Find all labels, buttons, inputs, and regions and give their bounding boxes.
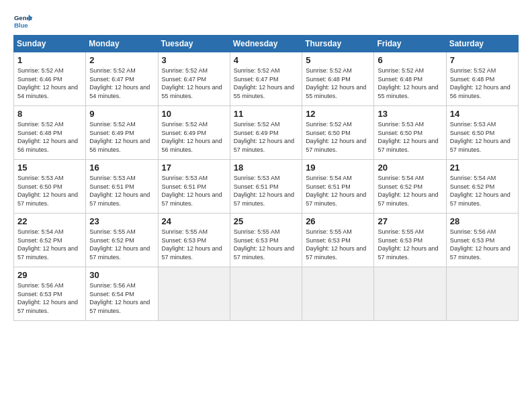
- day-info: Sunrise: 5:56 AMSunset: 6:53 PMDaylight:…: [17, 281, 83, 315]
- day-info: Sunrise: 5:54 AMSunset: 6:52 PMDaylight:…: [17, 228, 83, 261]
- day-number: 21: [450, 163, 515, 173]
- day-number: 9: [89, 109, 154, 119]
- day-number: 16: [89, 163, 154, 173]
- day-number: 26: [306, 216, 371, 226]
- day-info: Sunrise: 5:53 AMSunset: 6:50 PMDaylight:…: [450, 120, 515, 154]
- day-number: 14: [450, 109, 515, 119]
- calendar-cell: 29 Sunrise: 5:56 AMSunset: 6:53 PMDaylig…: [14, 267, 86, 321]
- calendar-week-0: 1 Sunrise: 5:52 AMSunset: 6:46 PMDayligh…: [14, 52, 519, 106]
- calendar-week-1: 8 Sunrise: 5:52 AMSunset: 6:48 PMDayligh…: [14, 106, 519, 160]
- day-info: Sunrise: 5:55 AMSunset: 6:52 PMDaylight:…: [89, 228, 154, 261]
- calendar-cell: 20 Sunrise: 5:54 AMSunset: 6:52 PMDaylig…: [374, 160, 446, 214]
- day-info: Sunrise: 5:54 AMSunset: 6:52 PMDaylight:…: [450, 174, 515, 208]
- day-info: Sunrise: 5:55 AMSunset: 6:53 PMDaylight:…: [378, 228, 443, 261]
- svg-text:Blue: Blue: [14, 21, 28, 29]
- day-info: Sunrise: 5:53 AMSunset: 6:51 PMDaylight:…: [89, 174, 154, 208]
- calendar-cell: 2 Sunrise: 5:52 AMSunset: 6:47 PMDayligh…: [86, 52, 158, 106]
- day-number: 4: [234, 55, 299, 65]
- calendar-cell: 25 Sunrise: 5:55 AMSunset: 6:53 PMDaylig…: [230, 214, 302, 267]
- calendar-cell: 13 Sunrise: 5:53 AMSunset: 6:50 PMDaylig…: [374, 106, 446, 160]
- day-number: 24: [162, 216, 227, 226]
- day-info: Sunrise: 5:52 AMSunset: 6:48 PMDaylight:…: [306, 66, 371, 100]
- calendar-cell: 11 Sunrise: 5:52 AMSunset: 6:49 PMDaylig…: [230, 106, 302, 160]
- day-info: Sunrise: 5:53 AMSunset: 6:51 PMDaylight:…: [234, 174, 299, 208]
- day-info: Sunrise: 5:54 AMSunset: 6:52 PMDaylight:…: [378, 174, 443, 208]
- day-info: Sunrise: 5:52 AMSunset: 6:47 PMDaylight:…: [234, 66, 299, 100]
- calendar-cell: 8 Sunrise: 5:52 AMSunset: 6:48 PMDayligh…: [14, 106, 86, 160]
- header-saturday: Saturday: [446, 36, 518, 52]
- header-monday: Monday: [86, 36, 158, 52]
- calendar-cell: 23 Sunrise: 5:55 AMSunset: 6:52 PMDaylig…: [86, 214, 158, 267]
- header-sunday: Sunday: [14, 36, 86, 52]
- calendar-cell: 22 Sunrise: 5:54 AMSunset: 6:52 PMDaylig…: [14, 214, 86, 267]
- calendar-cell: 24 Sunrise: 5:55 AMSunset: 6:53 PMDaylig…: [158, 214, 230, 267]
- day-info: Sunrise: 5:52 AMSunset: 6:46 PMDaylight:…: [17, 66, 83, 100]
- day-number: 22: [17, 216, 83, 226]
- day-info: Sunrise: 5:52 AMSunset: 6:49 PMDaylight:…: [234, 120, 299, 154]
- calendar-cell: 15 Sunrise: 5:53 AMSunset: 6:50 PMDaylig…: [14, 160, 86, 214]
- day-info: Sunrise: 5:52 AMSunset: 6:48 PMDaylight:…: [17, 120, 83, 154]
- day-number: 28: [450, 216, 515, 226]
- calendar-cell: 6 Sunrise: 5:52 AMSunset: 6:48 PMDayligh…: [374, 52, 446, 106]
- calendar-cell: [446, 267, 518, 321]
- day-number: 17: [162, 163, 227, 173]
- calendar-cell: 30 Sunrise: 5:56 AMSunset: 6:54 PMDaylig…: [86, 267, 158, 321]
- day-info: Sunrise: 5:54 AMSunset: 6:51 PMDaylight:…: [306, 174, 371, 208]
- header-wednesday: Wednesday: [230, 36, 302, 52]
- calendar-cell: [302, 267, 374, 321]
- day-number: 5: [306, 55, 371, 65]
- calendar-week-2: 15 Sunrise: 5:53 AMSunset: 6:50 PMDaylig…: [14, 160, 519, 214]
- calendar-cell: 16 Sunrise: 5:53 AMSunset: 6:51 PMDaylig…: [86, 160, 158, 214]
- day-number: 2: [89, 55, 154, 65]
- calendar-header-row: SundayMondayTuesdayWednesdayThursdayFrid…: [14, 36, 519, 52]
- day-number: 15: [17, 163, 83, 173]
- day-info: Sunrise: 5:52 AMSunset: 6:49 PMDaylight:…: [162, 120, 227, 154]
- header-thursday: Thursday: [302, 36, 374, 52]
- logo: General Blue: [13, 12, 32, 31]
- day-info: Sunrise: 5:56 AMSunset: 6:53 PMDaylight:…: [450, 228, 515, 261]
- day-info: Sunrise: 5:56 AMSunset: 6:54 PMDaylight:…: [89, 281, 154, 315]
- day-number: 3: [162, 55, 227, 65]
- day-number: 6: [378, 55, 443, 65]
- day-info: Sunrise: 5:53 AMSunset: 6:51 PMDaylight:…: [162, 174, 227, 208]
- day-number: 30: [89, 270, 154, 280]
- calendar-cell: 9 Sunrise: 5:52 AMSunset: 6:49 PMDayligh…: [86, 106, 158, 160]
- calendar-cell: [230, 267, 302, 321]
- day-number: 8: [17, 109, 83, 119]
- day-number: 18: [234, 163, 299, 173]
- day-number: 25: [234, 216, 299, 226]
- day-info: Sunrise: 5:52 AMSunset: 6:48 PMDaylight:…: [450, 66, 515, 100]
- calendar-cell: 5 Sunrise: 5:52 AMSunset: 6:48 PMDayligh…: [302, 52, 374, 106]
- day-number: 20: [378, 163, 443, 173]
- header-tuesday: Tuesday: [158, 36, 230, 52]
- day-info: Sunrise: 5:53 AMSunset: 6:50 PMDaylight:…: [17, 174, 83, 208]
- day-info: Sunrise: 5:53 AMSunset: 6:50 PMDaylight:…: [378, 120, 443, 154]
- day-number: 1: [17, 55, 83, 65]
- header-friday: Friday: [374, 36, 446, 52]
- calendar-cell: 26 Sunrise: 5:55 AMSunset: 6:53 PMDaylig…: [302, 214, 374, 267]
- day-number: 10: [162, 109, 227, 119]
- calendar-cell: 7 Sunrise: 5:52 AMSunset: 6:48 PMDayligh…: [446, 52, 518, 106]
- calendar-cell: 14 Sunrise: 5:53 AMSunset: 6:50 PMDaylig…: [446, 106, 518, 160]
- calendar-cell: [158, 267, 230, 321]
- calendar-table: SundayMondayTuesdayWednesdayThursdayFrid…: [13, 35, 519, 321]
- day-number: 7: [450, 55, 515, 65]
- day-number: 11: [234, 109, 299, 119]
- day-number: 29: [17, 270, 83, 280]
- calendar-cell: 19 Sunrise: 5:54 AMSunset: 6:51 PMDaylig…: [302, 160, 374, 214]
- day-info: Sunrise: 5:55 AMSunset: 6:53 PMDaylight:…: [234, 228, 299, 261]
- day-info: Sunrise: 5:52 AMSunset: 6:48 PMDaylight:…: [378, 66, 443, 100]
- calendar-week-3: 22 Sunrise: 5:54 AMSunset: 6:52 PMDaylig…: [14, 214, 519, 267]
- day-number: 19: [306, 163, 371, 173]
- calendar-cell: [374, 267, 446, 321]
- calendar-cell: 10 Sunrise: 5:52 AMSunset: 6:49 PMDaylig…: [158, 106, 230, 160]
- calendar-cell: 12 Sunrise: 5:52 AMSunset: 6:50 PMDaylig…: [302, 106, 374, 160]
- calendar-cell: 1 Sunrise: 5:52 AMSunset: 6:46 PMDayligh…: [14, 52, 86, 106]
- calendar-cell: 4 Sunrise: 5:52 AMSunset: 6:47 PMDayligh…: [230, 52, 302, 106]
- calendar-body: 1 Sunrise: 5:52 AMSunset: 6:46 PMDayligh…: [14, 52, 519, 321]
- calendar-cell: 17 Sunrise: 5:53 AMSunset: 6:51 PMDaylig…: [158, 160, 230, 214]
- day-info: Sunrise: 5:52 AMSunset: 6:49 PMDaylight:…: [89, 120, 154, 154]
- day-info: Sunrise: 5:52 AMSunset: 6:50 PMDaylight:…: [306, 120, 371, 154]
- day-number: 13: [378, 109, 443, 119]
- day-number: 23: [89, 216, 154, 226]
